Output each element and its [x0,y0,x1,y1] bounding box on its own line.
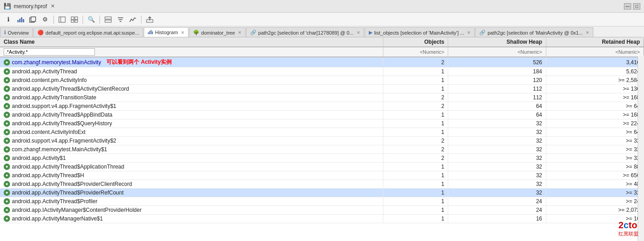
cell-shallow-heap: 32 [448,145,546,154]
tab-default-report[interactable]: 🔴 default_report org.eclipse.mat.api:sus… [33,27,143,37]
cell-shallow-heap: 64 [448,102,546,111]
table-row[interactable]: android.app.ActivityThread$ApplicationTh… [0,163,644,171]
cell-objects: 1 [383,76,448,85]
tab-p2gc-main-label: path2gc [selection of 'MainActivity @ 0x… [487,30,583,36]
cell-shallow-heap: 32 [448,119,546,128]
tab-domtree-label: dominator_tree [201,30,235,36]
cell-class-name: android.content.ActivityInfoExt [0,128,383,137]
table-row[interactable]: android.app.ActivityThread$Profiler124>=… [0,197,644,206]
table-row[interactable]: android.app.ActivityThread$AppBindData16… [0,111,644,119]
cell-shallow-heap: 32 [448,189,546,197]
table-header-row: Class Name Objects Shallow Heap Retained… [0,37,644,47]
maximize-btn[interactable]: □ [633,3,640,10]
tab-bar: ℹ Overview 🔴 default_report org.eclipse.… [0,26,644,37]
group-btn[interactable] [69,15,80,25]
svg-point-36 [6,114,8,116]
cell-shallow-heap: 32 [448,128,546,137]
export-btn[interactable] [144,15,155,25]
tab-dominator-tree[interactable]: 🌳 dominator_tree ✕ [189,27,246,37]
filter-retained: <Numeric> [546,47,644,57]
table-row[interactable]: android.app.ActivityThread$ProviderRefCo… [0,189,644,197]
cell-shallow-heap: 32 [448,171,546,180]
cell-retained-heap: >= 64 [546,128,644,137]
cell-class-name: android.app.ActivityThread$H [0,171,383,180]
search-btn[interactable]: 🔍 [86,15,97,25]
table-row[interactable]: android.app.ActivityThread$H132>= 656 [0,171,644,180]
tab-histogram-close[interactable]: ✕ [181,30,184,35]
cell-shallow-heap: 112 [448,93,546,102]
view-btn[interactable] [103,15,114,25]
minimize-btn[interactable]: — [624,3,631,10]
svg-rect-3 [23,19,24,22]
cell-objects: 2 [383,57,448,67]
filter-btn[interactable] [115,15,126,25]
toolbar-sep-2 [83,15,83,24]
table-row[interactable]: android.content.pm.ActivityInfo1120>= 2,… [0,76,644,85]
class-name-text: android.app.ActivityThread$QueryHistory [12,120,112,127]
tab-p2gc-char-close[interactable]: ✕ [356,30,360,35]
class-name-text: android.content.pm.ActivityInfo [12,77,87,83]
tab-list-close[interactable]: ✕ [467,30,471,35]
class-name-text: android.app.ActivityThread$ActivityClien… [12,86,129,92]
table-row[interactable]: android.app.ActivityTransitionState2112>… [0,93,644,102]
graph-btn[interactable] [127,15,138,25]
title-bar: 💾 memory.hprof ✕ — □ [0,0,644,13]
cell-shallow-heap: 32 [448,180,546,189]
cell-shallow-heap: 526 [448,57,546,67]
tab-domtree-icon: 🌳 [193,30,199,36]
svg-point-30 [6,88,8,90]
filter-class-name-input[interactable] [4,48,95,56]
table-row[interactable]: android.support.v4.app.FragmentActivity$… [0,137,644,145]
tab-path2gc-main[interactable]: 🔗 path2gc [selection of 'MainActivity @ … [475,27,593,37]
table-row[interactable]: android.content.ActivityInfoExt132>= 64 [0,128,644,137]
class-name-text: android.app.ActivityThread$ProviderRefCo… [12,190,124,196]
table-row[interactable]: android.app.ActivityManagerNative$1116>=… [0,215,644,223]
filter-class-name[interactable] [0,47,383,57]
settings-btn[interactable]: ⚙ [40,15,51,25]
svg-point-44 [6,149,8,150]
svg-point-54 [6,192,8,194]
tab-domtree-close[interactable]: ✕ [238,30,241,35]
cell-class-name: com.zhangf.memorytest.MainActivity 可以看到两… [0,57,383,67]
table-row[interactable]: android.app.IActivityManager$ContentProv… [0,206,644,215]
tab-overview[interactable]: ℹ Overview [0,27,33,37]
cell-objects: 1 [383,206,448,215]
table-row[interactable]: android.app.ActivityThread11845,624 [0,67,644,76]
class-icon [4,164,10,170]
tab-histogram[interactable]: Histogram ✕ [144,27,188,37]
scrollbar-track[interactable] [638,37,644,241]
table-row[interactable]: android.app.Activity$1232>= 32 [0,154,644,163]
class-name-text: android.app.Activity$1 [12,155,66,161]
info-btn[interactable]: ℹ [3,15,14,25]
cell-shallow-heap: 112 [448,85,546,93]
class-icon [4,215,10,222]
table-container[interactable]: Class Name Objects Shallow Heap Retained… [0,37,644,241]
tab-p2gc-main-close[interactable]: ✕ [586,30,589,35]
nav-btn[interactable] [57,15,68,25]
chart-btn[interactable] [15,15,26,25]
table-row[interactable]: android.support.v4.app.FragmentActivity$… [0,102,644,111]
cell-retained-heap: >= 656 [546,171,644,180]
tab-list-objects[interactable]: ▶ list_objects [selection of 'MainActivi… [365,27,475,37]
cell-class-name: android.app.ActivityThread$ProviderClien… [0,180,383,189]
table-row[interactable]: android.app.ActivityThread$ProviderClien… [0,180,644,189]
cell-shallow-heap: 24 [448,197,546,206]
class-icon [4,172,10,179]
title-bar-close-btn[interactable]: ✕ [51,3,55,9]
cell-objects: 1 [383,128,448,137]
svg-point-56 [6,200,8,202]
table-row[interactable]: com.zhangf.memorytest.MainActivity 可以看到两… [0,57,644,67]
table-row[interactable]: com.zhangf.memorytest.MainActivity$1232>… [0,145,644,154]
table-row[interactable]: android.app.ActivityThread$QueryHistory1… [0,119,644,128]
filter-objects: <Numeric> [383,47,448,57]
cell-shallow-heap: 32 [448,137,546,145]
svg-point-40 [6,131,8,133]
svg-rect-0 [17,20,19,22]
tab-path2gc-char[interactable]: 🔗 path2gc [selection of 'char[1278089] @… [246,27,364,37]
cell-class-name: android.app.ActivityTransitionState [0,93,383,102]
cell-objects: 1 [383,119,448,128]
table-row[interactable]: android.app.ActivityThread$ActivityClien… [0,85,644,93]
cell-retained-heap: >= 24 [546,197,644,206]
copy-btn[interactable] [27,15,38,25]
tab-histogram-icon [148,30,153,36]
